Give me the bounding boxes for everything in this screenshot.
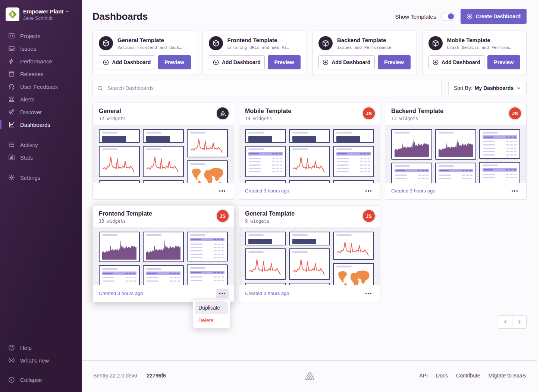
sidebar-item-activity[interactable]: Activity [0, 138, 82, 151]
mini-widget-stub [99, 180, 140, 183]
next-page-button[interactable] [512, 315, 527, 329]
filter-row: Sort By: My Dashboards [92, 81, 527, 95]
sidebar-item-label: Issues [20, 46, 36, 52]
template-card: Mobile TemplateCrash Details and Perform… [422, 31, 527, 75]
template-cube-icon [209, 36, 223, 50]
prev-page-button[interactable] [498, 315, 512, 329]
sidebar-item-discover[interactable]: Discover [0, 106, 82, 118]
performance-icon [8, 58, 15, 65]
table-row [248, 161, 283, 162]
org-logo [6, 7, 19, 21]
sidebar-item-projects[interactable]: Projects [0, 29, 82, 42]
menu-item-duplicate[interactable]: Duplicate [195, 301, 228, 314]
dashboard-card[interactable]: General12 widgets [92, 103, 234, 200]
sidebar-item-whats-new[interactable]: What's new [0, 354, 82, 367]
line-chart-sparkline [336, 238, 371, 257]
dashboard-card[interactable]: General Template9 widgetsJSCreated 3 hou… [239, 205, 380, 302]
alerts-icon [8, 96, 15, 103]
sort-by-value: My Dashboards [475, 85, 514, 91]
mini-widget-table-cut [187, 264, 228, 285]
add-dashboard-button[interactable]: Add Dashboard [99, 55, 155, 69]
sidebar-nav-group: Settings [0, 170, 82, 185]
created-timestamp: Created 3 hours ago [245, 188, 289, 194]
preview-button[interactable]: Preview [487, 55, 520, 69]
dashboard-card[interactable]: Mobile Template14 widgetsJSCreated 3 hou… [239, 103, 380, 200]
footer-link[interactable]: Docs [436, 373, 448, 379]
sidebar-item-releases[interactable]: Releases [0, 68, 82, 80]
sidebar-item-alerts[interactable]: Alerts [0, 93, 82, 106]
sort-by-label: Sort By: [454, 85, 472, 91]
context-menu-button[interactable] [508, 186, 521, 196]
mini-widget-title-bar [102, 268, 117, 270]
sidebar-item-label: What's new [20, 357, 49, 364]
sidebar: Empower Plant Jane Schmidt ProjectsIssue… [0, 0, 82, 392]
table-row [190, 276, 224, 277]
search-input[interactable] [107, 85, 437, 91]
preview-column [245, 232, 286, 285]
add-dashboard-button[interactable]: Add Dashboard [428, 55, 485, 69]
mini-widget-title-bar [292, 251, 308, 253]
preview-button[interactable]: Preview [268, 55, 301, 69]
plus-circle-icon [467, 13, 472, 19]
mini-widget-title-bar [190, 132, 205, 134]
preview-column [435, 129, 476, 183]
table-row [146, 280, 180, 282]
preview-column [245, 129, 286, 183]
preview-button[interactable]: Preview [378, 55, 411, 69]
footer-link[interactable]: Migrate to SaaS [489, 373, 526, 379]
org-switcher[interactable]: Empower Plant Jane Schmidt [0, 0, 82, 29]
sort-by-button[interactable]: Sort By: My Dashboards [448, 81, 527, 95]
sidebar-item-label: Help [20, 345, 32, 351]
table-row [483, 154, 517, 156]
toggle-knob [448, 13, 454, 19]
preview-column [333, 129, 374, 183]
sidebar-item-settings[interactable]: Settings [0, 171, 82, 184]
mini-widget-stub [333, 180, 374, 183]
area-chart-sparkline [102, 238, 136, 260]
sidebar-item-dashboards[interactable]: Dashboards [0, 118, 82, 131]
table-row [248, 168, 283, 169]
template-meta: Backend TemplateIssues and Performance [337, 37, 392, 50]
menu-item-delete[interactable]: Delete [195, 314, 228, 327]
mini-widget-title-bar [336, 148, 352, 150]
dashboard-widget-count: 14 widgets [245, 116, 374, 121]
big-number-block [102, 136, 126, 142]
org-text: Empower Plant Jane Schmidt [23, 8, 69, 21]
footer-link[interactable]: Contribute [456, 373, 480, 379]
add-dashboard-button[interactable]: Add Dashboard [209, 55, 265, 69]
sidebar-item-stats[interactable]: Stats [0, 151, 82, 164]
context-menu-button[interactable] [216, 186, 229, 196]
sidebar-item-collapse[interactable]: Collapse [0, 373, 82, 386]
add-dashboard-label: Add Dashboard [112, 59, 151, 65]
context-menu-button[interactable] [216, 289, 229, 298]
sidebar-item-label: Activity [20, 142, 38, 148]
page-header: Dashboards Show Templates Create Dashboa… [92, 9, 527, 24]
sidebar-item-performance[interactable]: Performance [0, 55, 82, 68]
dashboard-card[interactable]: Frontend Template13 widgetsJSCreated 3 h… [92, 205, 234, 302]
show-templates-toggle[interactable] [441, 12, 455, 21]
add-dashboard-button[interactable]: Add Dashboard [318, 55, 375, 69]
sidebar-item-help[interactable]: Help [0, 341, 82, 354]
preview-button[interactable]: Preview [158, 55, 191, 69]
cube-icon [102, 39, 110, 47]
sidebar-item-user-feedback[interactable]: User Feedback [0, 80, 82, 93]
context-menu-button[interactable] [362, 186, 375, 196]
create-dashboard-button[interactable]: Create Dashboard [461, 9, 527, 24]
mini-widget-title-bar [146, 132, 161, 134]
sidebar-item-issues[interactable]: Issues [0, 42, 82, 55]
mini-widget-area [435, 129, 476, 160]
mini-widget-line [99, 146, 140, 177]
dashboard-widget-count: 9 widgets [245, 219, 374, 224]
table-header-row [190, 238, 224, 241]
table-header-row [483, 168, 517, 172]
context-menu-button[interactable] [362, 289, 375, 298]
template-buttons: Add DashboardPreview [209, 55, 301, 69]
dashboard-card[interactable]: Backend Template13 widgetsJSCreated 3 ho… [385, 103, 527, 200]
footer-link[interactable]: API [420, 373, 428, 379]
mini-widget-bignum [143, 129, 184, 143]
dashboard-title: Backend Template [391, 108, 520, 115]
mini-widget-bignum [333, 129, 374, 143]
mini-widget-table [333, 146, 374, 177]
issues-icon [8, 45, 15, 52]
mini-widget-title-bar [336, 266, 352, 267]
